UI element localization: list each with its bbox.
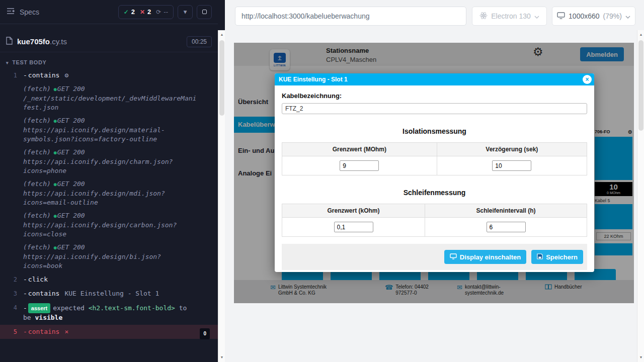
save-button[interactable]: Speichern <box>531 250 583 264</box>
assert-text: be <box>23 314 31 321</box>
passed-stat: ✓2 <box>124 8 135 16</box>
loop-heading: Schleifenmessung <box>282 189 587 197</box>
reporter-scrollbar[interactable]: ▲ ▼ <box>218 30 225 362</box>
command-name: contains <box>28 290 60 297</box>
command-arg: KUE Einstellung - Slot 1 <box>64 290 159 297</box>
pending-count: -- <box>164 8 168 16</box>
scroll-down-icon[interactable]: ▼ <box>218 354 225 361</box>
modal-footer: Display einschalten Speichern <box>282 244 587 270</box>
loop-limit-input[interactable] <box>334 222 373 232</box>
scrollbar-thumb[interactable] <box>638 40 643 131</box>
command-name: contains <box>28 328 60 335</box>
column-header: Verzögerung (sek) <box>437 143 587 156</box>
column-header: Grenzwert (MOhm) <box>282 143 437 156</box>
iso-delay-input[interactable] <box>492 160 531 171</box>
kue-settings-modal: KUE Einstellung - Slot 1 × Kabelbezeichn… <box>275 73 594 272</box>
attempt-count-badge: 0 <box>200 328 210 339</box>
scroll-up-icon[interactable]: ▲ <box>637 31 644 38</box>
fetch-log[interactable]: (fetch)●GET 200 https://api.iconify.desi… <box>0 146 218 177</box>
request-url: /_next/static/development/_devMiddleware… <box>23 95 196 111</box>
failed-count: 2 <box>147 8 151 16</box>
test-step[interactable]: 2 click <box>0 273 218 287</box>
modal-title: KUE Einstellung - Slot 1 <box>279 76 348 83</box>
step-number: 4 <box>5 303 17 322</box>
cypress-reporter: Specs ✓2 ✕2 ⟳-- ▾ kue705fo.cy.ts 00:25 ▾… <box>0 0 225 362</box>
step-number: 5 <box>5 327 17 336</box>
viewport-selector[interactable]: 1000x660 (79%) <box>552 7 635 26</box>
scrollbar-thumb[interactable] <box>219 40 224 116</box>
specs-label[interactable]: Specs <box>20 8 39 16</box>
chevron-down-icon <box>625 12 630 20</box>
viewport-size: 1000x660 <box>569 12 600 20</box>
status-dot-icon: ● <box>54 245 57 250</box>
http-status: 200 <box>73 212 85 219</box>
collapse-all-button[interactable]: ▾ <box>178 5 193 19</box>
command-arg: × <box>64 328 68 335</box>
reporter-header: Specs ✓2 ✕2 ⟳-- ▾ <box>0 0 218 24</box>
http-method: GET <box>57 180 69 188</box>
fetch-log[interactable]: (fetch)●GET 200 /_next/static/developmen… <box>0 82 218 114</box>
request-url: https://api.iconify.design/carbon.json?i… <box>23 221 177 238</box>
fetch-log[interactable]: (fetch)●GET 200 https://api.iconify.desi… <box>0 209 218 241</box>
http-method: GET <box>57 212 69 219</box>
assert-step[interactable]: 4 assertexpected <h2.text-sm.font-bold> … <box>0 301 218 325</box>
close-icon[interactable]: × <box>583 75 592 84</box>
caret-down-icon: ▾ <box>6 60 9 65</box>
spec-file-icon <box>6 37 13 47</box>
refresh-icon: ⟳ <box>156 9 161 16</box>
pending-stat: ⟳-- <box>156 8 168 16</box>
window-scrollbar[interactable]: ▲ ▼ <box>637 30 644 362</box>
status-dot-icon: ● <box>54 150 57 155</box>
x-icon: ✕ <box>140 9 145 16</box>
http-status: 200 <box>73 85 85 93</box>
request-url: https://api.iconify.design/bi.json?icons… <box>23 253 161 269</box>
cable-name-label: Kabelbezeichnung: <box>282 92 587 100</box>
http-method: GET <box>57 243 69 251</box>
command-name: contains <box>28 71 60 79</box>
iso-limit-input[interactable] <box>340 160 379 171</box>
loop-interval-input[interactable] <box>487 222 526 232</box>
assert-strong-text: visible <box>35 314 62 321</box>
fetch-tag: (fetch) <box>23 117 51 124</box>
cable-name-input[interactable] <box>282 103 587 114</box>
assert-text: expected <box>53 304 85 312</box>
browser-label: Electron 130 <box>491 12 531 20</box>
display-on-button[interactable]: Display einschalten <box>444 250 526 264</box>
test-step[interactable]: 1 contains⚙ <box>0 68 218 82</box>
url-input[interactable] <box>235 7 466 26</box>
http-status: 200 <box>73 117 85 124</box>
step-number: 3 <box>5 289 17 298</box>
scroll-down-icon[interactable]: ▼ <box>637 354 644 361</box>
test-body-toggle[interactable]: ▾TEST BODY <box>0 52 218 68</box>
stop-button[interactable] <box>197 5 212 19</box>
viewport-icon <box>557 12 565 21</box>
viewport-zoom: (79%) <box>603 12 622 20</box>
spec-header[interactable]: kue705fo.cy.ts 00:25 <box>0 31 218 52</box>
scroll-up-icon[interactable]: ▲ <box>218 31 225 38</box>
specs-menu-icon[interactable] <box>6 8 15 17</box>
fetch-log[interactable]: (fetch)●GET 200 https://api.iconify.desi… <box>0 177 218 209</box>
save-icon <box>537 253 543 261</box>
fetch-tag: (fetch) <box>23 243 51 251</box>
monitor-icon <box>450 253 457 261</box>
fetch-tag: (fetch) <box>23 148 51 156</box>
test-body-label: TEST BODY <box>12 59 46 65</box>
http-method: GET <box>57 148 69 156</box>
test-step[interactable]: 3 containsKUE Einstellung - Slot 1 <box>0 287 218 301</box>
chevron-down-icon <box>534 12 539 20</box>
browser-selector[interactable]: Electron 130 <box>472 7 547 26</box>
main-area: Electron 130 1000x660 (79%) Stationsname… <box>225 0 644 362</box>
http-method: GET <box>57 85 69 93</box>
command-name: click <box>28 276 48 283</box>
loop-table: Grenzwert (kOhm) Schleifenintervall (h) <box>282 204 587 237</box>
fetch-log[interactable]: (fetch)●GET 200 https://api.iconify.desi… <box>0 114 218 146</box>
request-url: https://api.iconify.design/material-symb… <box>23 126 165 143</box>
failed-step[interactable]: 5 contains× 0 <box>0 325 218 339</box>
command-log: 1 contains⚙ (fetch)●GET 200 /_next/stati… <box>0 68 218 339</box>
http-status: 200 <box>73 243 85 251</box>
fetch-log[interactable]: (fetch)●GET 200 https://api.iconify.desi… <box>0 241 218 273</box>
column-header: Grenzwert (kOhm) <box>282 204 425 218</box>
status-dot-icon: ● <box>54 118 57 124</box>
status-dot-icon: ● <box>54 182 57 187</box>
spec-timer: 00:25 <box>187 36 212 47</box>
